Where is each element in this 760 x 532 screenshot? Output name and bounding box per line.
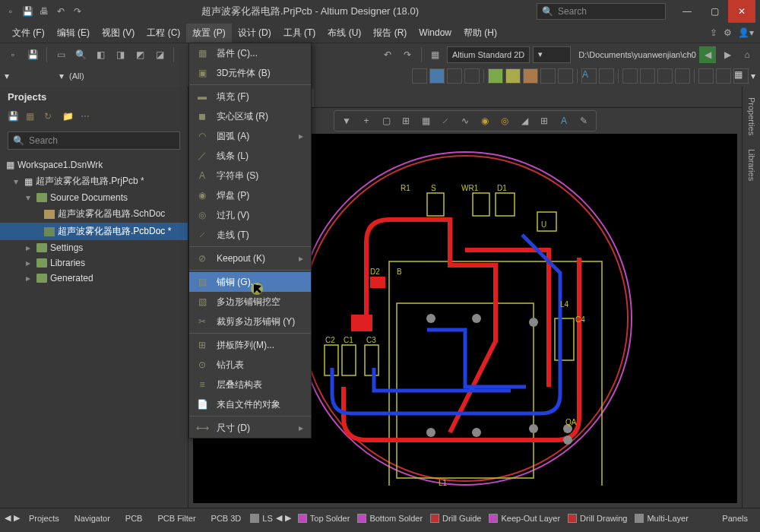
save-icon[interactable]: 💾	[21, 5, 33, 17]
user-icon[interactable]: 👤▾	[738, 27, 754, 38]
btab-pcb3d[interactable]: PCB 3D	[205, 511, 248, 525]
nav-next-icon[interactable]: ▶	[14, 513, 20, 523]
component-icon[interactable]: ▦	[418, 113, 433, 128]
tb-new-icon[interactable]: ▫	[5, 46, 21, 63]
new-icon[interactable]: ▫	[5, 5, 17, 17]
menu-item[interactable]: 📄来自文件的对象	[189, 394, 311, 414]
tree-settings[interactable]: ▸ Settings	[0, 240, 188, 255]
tb-layers-icon[interactable]: ▦	[427, 46, 444, 63]
view-mode-dd[interactable]: ▾	[533, 46, 571, 63]
tb-icon[interactable]	[640, 68, 655, 84]
tab-libraries[interactable]: Libraries	[746, 146, 758, 184]
tb-icon[interactable]	[429, 68, 445, 84]
tree-pcbdoc[interactable]: 超声波雾化器电路.PcbDoc *	[0, 223, 188, 240]
menu-help[interactable]: 帮助 (H)	[458, 24, 503, 43]
menu-item[interactable]: ▦器件 (C)...	[189, 43, 311, 63]
pad-icon[interactable]: ◉	[477, 113, 492, 128]
tb-icon[interactable]	[447, 68, 462, 84]
menu-item[interactable]: ◎过孔 (V)	[189, 205, 311, 225]
menu-item[interactable]: ✂裁剪多边形铺铜 (Y)	[189, 312, 311, 331]
tb-tool-icon[interactable]: ◪	[151, 46, 168, 63]
menu-item[interactable]: ⟷尺寸 (D)▸	[189, 418, 311, 438]
tb-open-icon[interactable]: ▭	[52, 46, 69, 63]
tree-libraries[interactable]: ▸ Libraries	[0, 255, 188, 271]
global-search[interactable]: 🔍 Search	[537, 3, 666, 20]
tb-icon[interactable]	[558, 68, 573, 84]
menu-item[interactable]: A字符串 (S)	[189, 166, 311, 185]
save-icon[interactable]: 💾	[8, 111, 21, 125]
tb-home-icon[interactable]: ⌂	[739, 46, 755, 63]
nav-prev-icon[interactable]: ◀	[276, 513, 282, 523]
place-via-icon[interactable]: +	[359, 113, 374, 128]
tb-icon[interactable]	[657, 68, 673, 84]
layer-item[interactable]: Top Solder	[294, 514, 354, 523]
tb-icon[interactable]	[464, 68, 480, 84]
tree-folder[interactable]: ▾ Source Documents	[0, 190, 188, 205]
menu-item[interactable]: ▨铺铜 (G)...	[189, 272, 311, 292]
tb-tool-icon[interactable]: ◩	[131, 46, 148, 63]
tb-nav-fwd-icon[interactable]: ▶	[719, 46, 736, 63]
menu-item[interactable]: ◉焊盘 (P)	[189, 185, 311, 205]
tb-icon[interactable]	[505, 68, 521, 84]
tb-text-icon[interactable]: A	[581, 68, 597, 84]
tree-workspace[interactable]: ▦ Workspace1.DsnWrk	[0, 157, 188, 173]
draw-icon[interactable]: ✎	[576, 113, 591, 128]
text-icon[interactable]: A	[556, 113, 572, 128]
align-icon[interactable]: ⊞	[398, 113, 413, 128]
menu-item[interactable]: ▣3D元件体 (B)	[189, 63, 311, 83]
tb-save-icon[interactable]: 💾	[24, 46, 41, 63]
tb-icon[interactable]	[523, 68, 538, 84]
print-icon[interactable]: 🖶	[38, 5, 50, 17]
nav-prev-icon[interactable]: ◀	[5, 513, 11, 523]
tb-zoom-icon[interactable]: 🔍	[72, 46, 89, 63]
tb-tool-icon[interactable]: ◨	[112, 46, 128, 63]
tree-project[interactable]: ▾ ▦ 超声波雾化器电路.PrjPcb *	[0, 173, 188, 190]
tb-icon[interactable]	[412, 68, 427, 84]
menu-file[interactable]: 文件 (F)	[6, 24, 51, 43]
tb-icon[interactable]	[540, 68, 556, 84]
tb-icon[interactable]	[622, 68, 638, 84]
btab-pcb[interactable]: PCB	[119, 511, 149, 525]
tb-icon[interactable]	[716, 68, 731, 84]
tb-icon[interactable]	[599, 68, 614, 84]
panels-button[interactable]: Panels	[714, 511, 755, 525]
select-icon[interactable]: ▢	[378, 113, 394, 128]
menu-item[interactable]: ⊘Keepout (K)▸	[189, 249, 311, 268]
menu-reports[interactable]: 报告 (R)	[367, 24, 413, 43]
poly-icon[interactable]: ◢	[517, 113, 532, 128]
filter-icon[interactable]: ▼	[339, 113, 354, 128]
minimize-button[interactable]: —	[673, 0, 701, 23]
menu-item[interactable]: ▧多边形铺铜挖空	[189, 292, 311, 312]
dd1[interactable]: ▾	[5, 71, 9, 81]
tb-redo-icon[interactable]: ↷	[399, 46, 416, 63]
tb-icon[interactable]	[675, 68, 690, 84]
menu-item[interactable]: ／线条 (L)	[189, 146, 311, 166]
swatch[interactable]	[250, 514, 259, 523]
via-icon[interactable]: ◎	[497, 113, 512, 128]
tab-properties[interactable]: Properties	[746, 94, 758, 138]
nav-next-icon[interactable]: ▶	[285, 513, 291, 523]
share-icon[interactable]: ⇪	[710, 27, 717, 38]
menu-route[interactable]: 布线 (U)	[321, 24, 367, 43]
menu-item[interactable]: ▬填充 (F)	[189, 87, 311, 106]
menu-project[interactable]: 工程 (C)	[141, 24, 186, 43]
options-icon[interactable]: ⋯	[81, 111, 94, 125]
projects-search[interactable]: 🔍 Search	[8, 131, 180, 150]
menu-item[interactable]: ⊙钻孔表	[189, 355, 311, 375]
line-icon[interactable]: ∿	[458, 113, 473, 128]
compile-icon[interactable]: ▦	[26, 111, 40, 125]
view-mode-select[interactable]: Altium Standard 2D	[447, 46, 530, 63]
tree-schdoc[interactable]: 超声波雾化器电路.SchDoc	[0, 205, 188, 223]
layer-item[interactable]: Drill Drawing	[564, 514, 631, 523]
tb-tool-icon[interactable]: ◧	[92, 46, 109, 63]
tb-icon[interactable]	[488, 68, 503, 84]
btab-pcbfilter[interactable]: PCB Filter	[151, 511, 201, 525]
route-icon[interactable]: ⟋	[438, 113, 453, 128]
tb-grid-icon[interactable]: ▦	[733, 68, 749, 84]
menu-design[interactable]: 设计 (D)	[232, 24, 277, 43]
close-button[interactable]: ✕	[728, 0, 755, 23]
tree-generated[interactable]: ▸ Generated	[0, 271, 188, 286]
dim-icon[interactable]: ⊞	[537, 113, 552, 128]
refresh-icon[interactable]: ↻	[44, 111, 58, 125]
menu-view[interactable]: 视图 (V)	[96, 24, 141, 43]
